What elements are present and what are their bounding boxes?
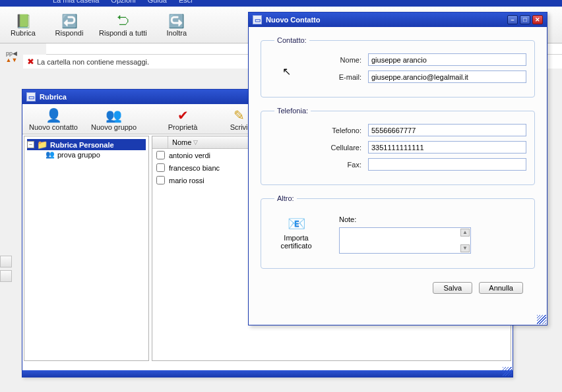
email-input[interactable] <box>368 70 526 83</box>
new-group-icon: 👥 <box>106 107 123 123</box>
nome-input[interactable] <box>368 53 526 66</box>
dialog-resize-grip[interactable] <box>537 315 546 324</box>
telefonia-fieldset: Telefonia: Telefono: Cellulare: Fax: <box>261 107 535 185</box>
cellulare-input[interactable] <box>368 141 526 154</box>
collapse-icon[interactable]: − <box>27 141 34 148</box>
reply-icon: ↩️ <box>61 13 78 29</box>
window-buttons: – □ ✕ <box>507 15 543 24</box>
importa-certificato-button[interactable]: 📧 Importa certificato <box>273 215 319 250</box>
new-group-label: Nuovo gruppo <box>91 123 137 131</box>
row-name: francesco bianc <box>169 164 220 172</box>
altro-legend: Altro: <box>274 194 297 202</box>
scroll-up-icon[interactable]: ▲ <box>460 229 470 237</box>
tree-child[interactable]: 👥 prova gruppo <box>27 150 146 159</box>
nome-label: Nome: <box>269 56 368 64</box>
sort-desc-icon: ▽ <box>193 139 198 146</box>
cellulare-row: Cellulare: <box>269 141 526 154</box>
rubrica-footer <box>22 370 513 377</box>
contatto-legend: Contatto: <box>274 36 309 44</box>
fax-label: Fax: <box>269 161 368 169</box>
fax-row: Fax: <box>269 158 526 171</box>
close-button[interactable]: ✕ <box>532 15 543 24</box>
tree-root-label: Rubrica Personale <box>50 141 114 149</box>
fax-input[interactable] <box>368 158 526 171</box>
cancel-button[interactable]: Annulla <box>479 282 523 294</box>
error-icon: ✖ <box>27 57 34 67</box>
fragment-a <box>0 256 12 267</box>
reply-all-label: Rispondi a tutti <box>99 29 147 37</box>
reply-button[interactable]: ↩️ Rispondi <box>46 7 92 43</box>
tree-pane[interactable]: − 📁 Rubrica Personale 👥 prova gruppo <box>24 136 149 361</box>
new-group-button[interactable]: 👥 Nuovo gruppo <box>84 104 143 134</box>
rubrica-button[interactable]: 📗 Rubrica <box>0 7 46 43</box>
note-block: Note: ▲ ▼ <box>339 215 471 255</box>
sort-indicator-icon: ▲▼ <box>6 57 18 63</box>
row-checkbox[interactable] <box>156 176 165 184</box>
email-row: E-mail: <box>269 70 526 83</box>
properties-button[interactable]: ✔ Proprietà <box>143 104 222 134</box>
reply-label: Rispondi <box>55 29 84 37</box>
dialog-title: Nuovo Contatto <box>266 16 320 24</box>
book-icon: 📗 <box>15 13 32 29</box>
row-name: antonio verdi <box>169 152 210 159</box>
row-checkbox[interactable] <box>156 163 165 172</box>
window-icon: ▭ <box>26 92 36 101</box>
left-fragments <box>0 256 12 282</box>
new-contact-button[interactable]: 👤 Nuovo contatto <box>22 104 84 134</box>
forward-label: Inoltra <box>166 29 187 37</box>
checkbox-column[interactable] <box>152 136 168 148</box>
folder-icon: 📁 <box>37 140 47 150</box>
dialog-footer: Salva Annulla <box>261 278 535 294</box>
importa-label: Importa certificato <box>273 234 319 250</box>
pencil-icon: ✎ <box>230 107 247 123</box>
row-name: mario rossi <box>169 177 204 184</box>
empty-folder-text: La cartella non contiene messaggi. <box>37 58 149 66</box>
note-scrollbar[interactable]: ▲ ▼ <box>460 229 470 252</box>
row-checkbox[interactable] <box>156 151 165 159</box>
reply-all-button[interactable]: ⮌ Rispondi a tutti <box>92 7 154 43</box>
fragment-b <box>0 270 12 282</box>
tree-child-label: prova gruppo <box>57 151 100 159</box>
telefono-input[interactable] <box>368 124 526 136</box>
nome-row: Nome: <box>269 53 526 66</box>
minimize-button[interactable]: – <box>507 15 518 24</box>
tree-root[interactable]: − 📁 Rubrica Personale <box>27 139 146 150</box>
reply-all-icon: ⮌ <box>114 13 131 29</box>
name-column-label: Nome <box>172 138 191 146</box>
properties-label: Proprietà <box>168 123 198 131</box>
contatto-fieldset: Contatto: Nome: E-mail: <box>261 36 535 98</box>
rubrica-label: Rubrica <box>11 29 36 37</box>
write-label: Scrivi <box>230 123 248 131</box>
save-button[interactable]: Salva <box>433 282 472 294</box>
dialog-icon: ▭ <box>253 15 262 24</box>
resize-grip[interactable] <box>503 367 512 376</box>
note-textarea[interactable]: ▲ ▼ <box>339 227 471 254</box>
group-icon: 👥 <box>46 150 55 159</box>
menubar: La mia casella Opzioni Guida Esci <box>0 0 562 7</box>
telefono-row: Telefono: <box>269 124 526 136</box>
dialog-titlebar[interactable]: ▭ Nuovo Contatto – □ ✕ <box>249 13 547 27</box>
check-icon: ✔ <box>174 107 191 123</box>
telefono-label: Telefono: <box>269 126 368 134</box>
rubrica-title: Rubrica <box>40 93 67 101</box>
certificate-icon: 📧 <box>288 215 305 233</box>
cellulare-label: Cellulare: <box>269 144 368 152</box>
email-label: E-mail: <box>269 73 368 81</box>
dialog-body: Contatto: Nome: E-mail: Telefonia: Telef… <box>249 27 547 300</box>
note-label: Note: <box>339 215 471 223</box>
forward-button[interactable]: ↪️ Inoltra <box>154 7 200 43</box>
telefonia-legend: Telefonia: <box>274 107 311 115</box>
altro-fieldset: Altro: 📧 Importa certificato Note: ▲ ▼ <box>261 194 535 269</box>
new-contact-icon: 👤 <box>45 107 62 123</box>
new-contact-dialog: ▭ Nuovo Contatto – □ ✕ Contatto: Nome: E… <box>248 12 547 325</box>
scroll-down-icon[interactable]: ▼ <box>460 244 470 252</box>
left-gutter: pp◀ ▲▼ <box>0 49 23 63</box>
maximize-button[interactable]: □ <box>520 15 530 24</box>
new-contact-label: Nuovo contatto <box>29 123 78 131</box>
forward-icon: ↪️ <box>168 13 185 29</box>
